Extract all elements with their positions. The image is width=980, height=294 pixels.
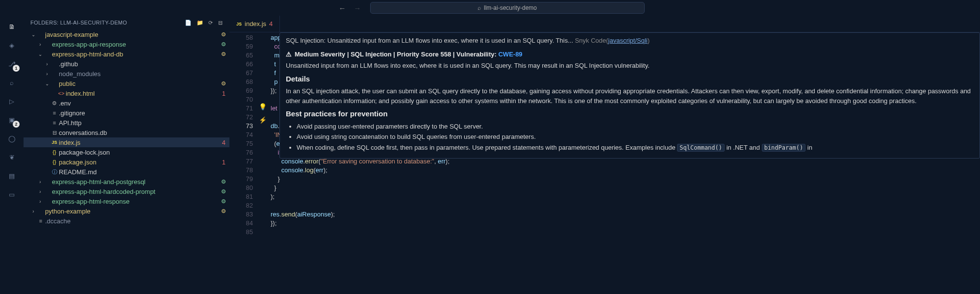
activity-github[interactable]: ◯ — [5, 132, 19, 145]
hover-summary: SQL Injection: Unsanitized input from an… — [286, 36, 974, 46]
git-status-dot — [222, 189, 226, 193]
tree-item-label: public — [59, 80, 220, 87]
nav-arrows: ← → — [336, 4, 364, 12]
command-center[interactable]: ⌕ llm-ai-security-demo — [370, 2, 645, 14]
github-icon: ◯ — [8, 135, 16, 142]
search-text: llm-ai-security-demo — [484, 4, 537, 11]
explorer-icon: 🗎 — [9, 23, 15, 30]
activity-run[interactable]: ▷ — [5, 94, 19, 108]
db-icon: ⊟ — [50, 130, 59, 136]
bp-item: When coding, define SQL code first, then… — [297, 143, 974, 153]
docker-icon: ▤ — [9, 172, 15, 180]
chevron-icon: › — [37, 189, 43, 194]
tree-item-express-app-html-hardcoded-prompt[interactable]: ›express-app-html-hardcoded-prompt — [24, 187, 229, 196]
nav-forward-icon[interactable]: → — [351, 4, 364, 12]
activity-explorer[interactable]: 🗎 — [5, 20, 19, 33]
nav-back-icon[interactable]: ← — [336, 4, 349, 12]
tree-item-label: API.http — [59, 119, 226, 127]
details-heading: Details — [286, 74, 974, 85]
git-status-dot — [222, 52, 226, 56]
problem-count: 1 — [219, 90, 226, 97]
badge: 2 — [13, 121, 20, 128]
tree-item-label: express-app-api-response — [52, 41, 220, 48]
warning-icon: ⚠ — [286, 50, 292, 59]
tree-item-conversations-db[interactable]: ⊟conversations.db — [24, 128, 229, 137]
lightbulb-icon[interactable]: 💡 — [259, 103, 267, 110]
tab-index-js[interactable]: JS index.js 4 — [229, 16, 280, 32]
explorer-sidebar: FOLDERS: LLM-AI-SECURITY-DEMO 📄 📁 ⟳ ⊟ ⌄j… — [24, 16, 229, 294]
tree-item--github[interactable]: ›.github — [24, 59, 229, 69]
activity-docker[interactable]: ▤ — [5, 169, 19, 183]
file-icon: ≡ — [36, 218, 45, 224]
md-icon: ⓘ — [50, 168, 59, 176]
chevron-icon: › — [37, 199, 43, 204]
tree-item-express-app-html-and-db[interactable]: ⌄express-app-html-and-db — [24, 49, 229, 59]
best-practices-heading: Best practices for prevention — [286, 108, 974, 120]
tree-item-index-js[interactable]: JSindex.js4 — [24, 137, 229, 147]
git-status-dot — [222, 209, 226, 213]
tree-item--gitignore[interactable]: ≡.gitignore — [24, 108, 229, 118]
chevron-icon: ⌄ — [44, 81, 50, 86]
tree-item-label: package.json — [59, 159, 219, 166]
git-status-dot — [222, 81, 226, 85]
titlebar: ← → ⌕ llm-ai-security-demo — [0, 0, 980, 16]
rule-link[interactable]: javascript/Sqli — [608, 37, 648, 44]
tree-item-label: .env — [59, 100, 226, 107]
tree-item-label: javascript-example — [45, 31, 220, 38]
tree-item-express-app-html-response[interactable]: ›express-app-html-response — [24, 196, 229, 206]
tree-item-label: conversations.db — [59, 129, 226, 136]
html-icon: <> — [57, 90, 66, 96]
activity-extensions[interactable]: ▣2 — [5, 113, 19, 127]
tree-item-python-example[interactable]: ›python-example — [24, 206, 229, 216]
file-icon: ≡ — [50, 120, 59, 126]
tab-bar: JS index.js 4 — [229, 16, 980, 32]
activity-remote[interactable]: ▭ — [5, 187, 19, 201]
run-icon: ▷ — [9, 98, 14, 105]
problem-count: 1 — [219, 159, 226, 166]
chevron-icon: › — [37, 42, 43, 47]
tree-item-javascript-example[interactable]: ⌄javascript-example — [24, 29, 229, 39]
tree-item-package-json[interactable]: {}package.json1 — [24, 157, 229, 167]
tree-item-label: express-app-html-and-postgresql — [52, 178, 220, 186]
file-tree[interactable]: ⌄javascript-example›express-app-api-resp… — [24, 29, 229, 294]
cwe-link[interactable]: CWE-89 — [498, 51, 522, 58]
bp-item: Avoid passing user-entered parameters di… — [297, 122, 974, 132]
activity-source-control[interactable]: ⎇1 — [5, 57, 19, 71]
tree-item-label: .dccache — [45, 217, 226, 225]
tree-item-express-app-html-and-postgresql[interactable]: ›express-app-html-and-postgresql — [24, 177, 229, 187]
refresh-icon[interactable]: ⟳ — [208, 20, 213, 26]
tree-item-api-http[interactable]: ≡API.http — [24, 118, 229, 128]
tree-item-public[interactable]: ⌄public — [24, 79, 229, 88]
activity-search[interactable]: ⌕ — [5, 76, 19, 89]
tab-label: index.js — [245, 20, 266, 27]
js-icon: JS — [50, 140, 59, 145]
tree-item-node-modules[interactable]: ›node_modules — [24, 69, 229, 79]
chevron-icon: ⌄ — [37, 52, 43, 57]
badge: 1 — [13, 65, 20, 72]
git-status-dot — [222, 199, 226, 203]
gutter-glyphs: 💡 ⚡ — [259, 32, 271, 294]
search-icon: ⌕ — [10, 79, 14, 86]
bolt-icon[interactable]: ⚡ — [259, 116, 267, 124]
tree-item-express-app-api-response[interactable]: ›express-app-api-response — [24, 39, 229, 49]
activity-mongo[interactable]: ❦ — [5, 150, 19, 164]
tree-item-label: .gitignore — [59, 109, 226, 117]
new-folder-icon[interactable]: 📁 — [197, 20, 203, 26]
hover-heading: ⚠ Medium Severity | SQL Injection | Prio… — [286, 50, 974, 59]
tree-item-readme-md[interactable]: ⓘREADME.md — [24, 167, 229, 177]
tree-item--env[interactable]: ⚙.env — [24, 98, 229, 108]
new-file-icon[interactable]: 📄 — [185, 20, 192, 26]
best-practices-list: Avoid passing user-entered parameters di… — [286, 122, 974, 153]
git-status-dot — [222, 42, 226, 46]
editor-area: JS index.js 4 58596566676869707172737475… — [229, 16, 980, 294]
chevron-icon: › — [44, 71, 50, 77]
problem-count: 4 — [219, 139, 226, 146]
activity-snyk[interactable]: ◈ — [5, 38, 19, 52]
json-icon: {} — [50, 149, 59, 155]
tree-item-package-lock-json[interactable]: {}package-lock.json — [24, 147, 229, 157]
tree-item--dccache[interactable]: ≡.dccache — [24, 216, 229, 226]
git-status-dot — [222, 180, 226, 184]
json-icon: {} — [50, 159, 59, 165]
tree-item-index-html[interactable]: <>index.html1 — [24, 88, 229, 98]
collapse-icon[interactable]: ⊟ — [218, 20, 223, 26]
